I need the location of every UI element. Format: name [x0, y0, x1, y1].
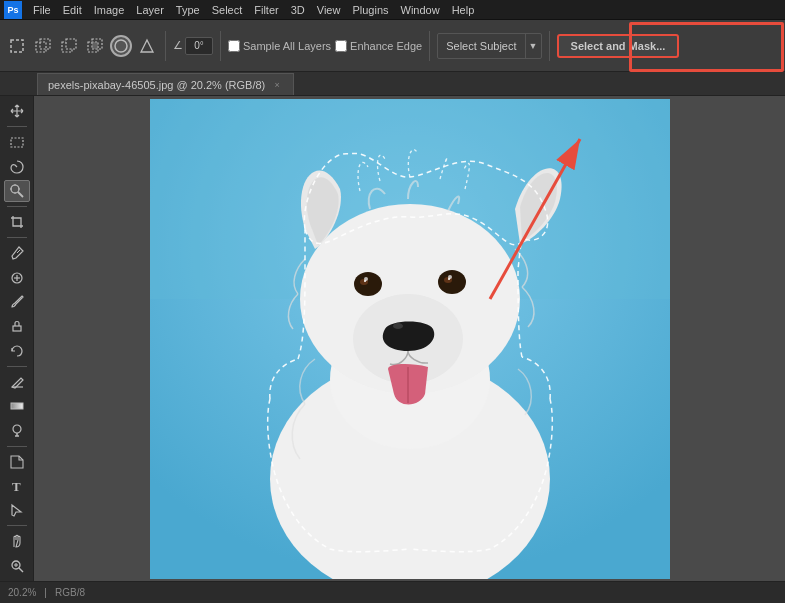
tool-text[interactable]: T: [4, 475, 30, 497]
new-selection-btn[interactable]: [6, 35, 28, 57]
tool-eyedropper[interactable]: [4, 242, 30, 264]
svg-rect-7: [92, 42, 98, 49]
enhance-edge-checkbox[interactable]: [335, 40, 347, 52]
tool-brush[interactable]: [4, 291, 30, 313]
select-subject-dropdown[interactable]: ▼: [525, 34, 541, 58]
select-subject-button[interactable]: Select Subject: [438, 37, 524, 55]
menu-image[interactable]: Image: [89, 0, 130, 19]
svg-point-43: [438, 270, 466, 294]
svg-line-17: [17, 250, 20, 253]
svg-point-46: [448, 278, 450, 280]
document-tab[interactable]: pexels-pixabay-46505.jpg @ 20.2% (RGB/8)…: [37, 73, 294, 95]
tool-eraser[interactable]: [4, 371, 30, 393]
lp-sep-1: [7, 126, 27, 127]
lp-sep-3: [7, 237, 27, 238]
status-color-mode: RGB/8: [55, 587, 85, 598]
tool-history-brush[interactable]: [4, 339, 30, 361]
circle-selection-btn[interactable]: [110, 35, 132, 57]
svg-rect-1: [36, 42, 46, 52]
tab-bar: pexels-pixabay-46505.jpg @ 20.2% (RGB/8)…: [0, 72, 785, 96]
menu-filter[interactable]: Filter: [249, 0, 283, 19]
tool-stamp[interactable]: [4, 315, 30, 337]
subtract-selection-btn[interactable]: [58, 35, 80, 57]
tool-magic-wand[interactable]: [4, 180, 30, 202]
menu-view[interactable]: View: [312, 0, 346, 19]
svg-point-12: [11, 185, 19, 193]
tool-icons-row: [6, 35, 158, 57]
separator-3: [429, 31, 430, 61]
expand-btn[interactable]: [136, 35, 158, 57]
svg-point-42: [364, 280, 366, 282]
tool-dodge[interactable]: [4, 419, 30, 441]
svg-point-24: [13, 425, 21, 433]
tool-lasso[interactable]: [4, 156, 30, 178]
canvas-area[interactable]: [34, 96, 785, 581]
sample-all-layers-checkbox[interactable]: [228, 40, 240, 52]
svg-rect-10: [11, 138, 23, 147]
svg-text:T: T: [12, 479, 21, 494]
svg-rect-4: [66, 39, 76, 49]
intersect-selection-btn[interactable]: [84, 35, 106, 57]
tool-path-select[interactable]: [4, 499, 30, 521]
canvas-container: [150, 99, 670, 579]
main-area: T: [0, 96, 785, 581]
select-subject-group: Select Subject ▼: [437, 33, 541, 59]
add-selection-btn[interactable]: [32, 35, 54, 57]
angle-icon: ∠: [173, 39, 183, 52]
menu-3d[interactable]: 3D: [286, 0, 310, 19]
svg-rect-2: [40, 39, 50, 49]
tool-hand[interactable]: [4, 530, 30, 552]
tool-healing[interactable]: [4, 267, 30, 289]
angle-field: ∠: [173, 37, 213, 55]
select-and-mask-button[interactable]: Select and Mask...: [557, 34, 680, 58]
lp-sep-2: [7, 206, 27, 207]
status-bar: 20.2% | RGB/8: [0, 581, 785, 603]
svg-marker-9: [141, 40, 153, 52]
angle-input[interactable]: [185, 37, 213, 55]
lp-sep-5: [7, 446, 27, 447]
svg-line-29: [19, 568, 23, 572]
menu-help[interactable]: Help: [447, 0, 480, 19]
svg-rect-23: [11, 403, 23, 409]
menu-file[interactable]: File: [28, 0, 56, 19]
tool-marquee-rect[interactable]: [4, 131, 30, 153]
left-panel: T: [0, 96, 34, 581]
menu-layer[interactable]: Layer: [131, 0, 169, 19]
svg-line-11: [18, 192, 23, 197]
tool-zoom[interactable]: [4, 555, 30, 577]
svg-rect-21: [13, 326, 21, 331]
menu-plugins[interactable]: Plugins: [347, 0, 393, 19]
app-logo: Ps: [4, 1, 22, 19]
menu-type[interactable]: Type: [171, 0, 205, 19]
tool-gradient[interactable]: [4, 395, 30, 417]
tool-crop[interactable]: [4, 211, 30, 233]
menu-select[interactable]: Select: [207, 0, 248, 19]
tool-move[interactable]: [4, 100, 30, 122]
separator-2: [220, 31, 221, 61]
lp-sep-6: [7, 525, 27, 526]
menu-bar: Ps File Edit Image Layer Type Select Fil…: [0, 0, 785, 20]
toolbar: ∠ Sample All Layers Enhance Edge Select …: [0, 20, 785, 72]
tab-filename: pexels-pixabay-46505.jpg @ 20.2% (RGB/8): [48, 79, 265, 91]
canvas-image: [150, 99, 670, 579]
sample-all-layers-label[interactable]: Sample All Layers: [228, 40, 331, 52]
tool-pen[interactable]: [4, 450, 30, 472]
separator-4: [549, 31, 550, 61]
menu-edit[interactable]: Edit: [58, 0, 87, 19]
separator-1: [165, 31, 166, 61]
svg-point-39: [354, 272, 382, 296]
svg-rect-0: [11, 40, 23, 52]
enhance-edge-label[interactable]: Enhance Edge: [335, 40, 422, 52]
menu-window[interactable]: Window: [396, 0, 445, 19]
status-separator: |: [44, 587, 47, 598]
svg-point-8: [115, 40, 127, 52]
svg-point-38: [393, 323, 403, 329]
lp-sep-4: [7, 366, 27, 367]
tab-close-button[interactable]: ×: [271, 79, 283, 91]
status-zoom: 20.2%: [8, 587, 36, 598]
